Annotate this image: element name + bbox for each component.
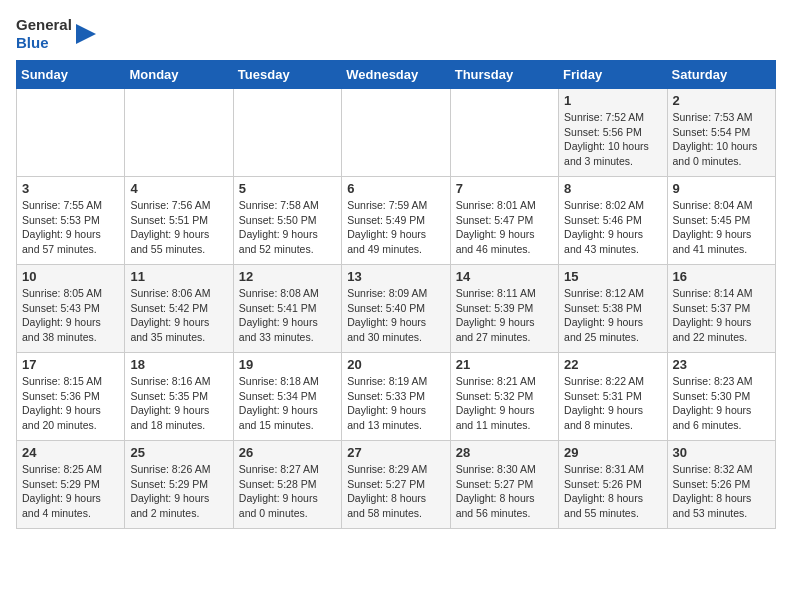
day-number: 17 <box>22 357 119 372</box>
day-number: 5 <box>239 181 336 196</box>
weekday-header-tuesday: Tuesday <box>233 61 341 89</box>
day-number: 28 <box>456 445 553 460</box>
day-detail: Sunrise: 7:53 AM Sunset: 5:54 PM Dayligh… <box>673 110 770 169</box>
day-detail: Sunrise: 8:32 AM Sunset: 5:26 PM Dayligh… <box>673 462 770 521</box>
calendar-cell: 3Sunrise: 7:55 AM Sunset: 5:53 PM Daylig… <box>17 177 125 265</box>
day-number: 21 <box>456 357 553 372</box>
weekday-header-monday: Monday <box>125 61 233 89</box>
day-number: 20 <box>347 357 444 372</box>
calendar-cell: 28Sunrise: 8:30 AM Sunset: 5:27 PM Dayli… <box>450 441 558 529</box>
calendar-cell <box>233 89 341 177</box>
day-detail: Sunrise: 7:58 AM Sunset: 5:50 PM Dayligh… <box>239 198 336 257</box>
weekday-header-wednesday: Wednesday <box>342 61 450 89</box>
day-number: 6 <box>347 181 444 196</box>
weekday-header-saturday: Saturday <box>667 61 775 89</box>
day-number: 1 <box>564 93 661 108</box>
day-detail: Sunrise: 8:08 AM Sunset: 5:41 PM Dayligh… <box>239 286 336 345</box>
day-number: 10 <box>22 269 119 284</box>
calendar-cell: 22Sunrise: 8:22 AM Sunset: 5:31 PM Dayli… <box>559 353 667 441</box>
calendar-cell: 8Sunrise: 8:02 AM Sunset: 5:46 PM Daylig… <box>559 177 667 265</box>
day-detail: Sunrise: 7:55 AM Sunset: 5:53 PM Dayligh… <box>22 198 119 257</box>
calendar-cell: 6Sunrise: 7:59 AM Sunset: 5:49 PM Daylig… <box>342 177 450 265</box>
calendar-cell: 29Sunrise: 8:31 AM Sunset: 5:26 PM Dayli… <box>559 441 667 529</box>
calendar-cell: 27Sunrise: 8:29 AM Sunset: 5:27 PM Dayli… <box>342 441 450 529</box>
calendar-cell: 25Sunrise: 8:26 AM Sunset: 5:29 PM Dayli… <box>125 441 233 529</box>
calendar-cell: 9Sunrise: 8:04 AM Sunset: 5:45 PM Daylig… <box>667 177 775 265</box>
day-detail: Sunrise: 8:12 AM Sunset: 5:38 PM Dayligh… <box>564 286 661 345</box>
calendar-cell <box>17 89 125 177</box>
day-number: 12 <box>239 269 336 284</box>
calendar-cell: 2Sunrise: 7:53 AM Sunset: 5:54 PM Daylig… <box>667 89 775 177</box>
day-detail: Sunrise: 8:31 AM Sunset: 5:26 PM Dayligh… <box>564 462 661 521</box>
calendar-cell: 16Sunrise: 8:14 AM Sunset: 5:37 PM Dayli… <box>667 265 775 353</box>
day-detail: Sunrise: 8:23 AM Sunset: 5:30 PM Dayligh… <box>673 374 770 433</box>
weekday-header-thursday: Thursday <box>450 61 558 89</box>
day-detail: Sunrise: 8:27 AM Sunset: 5:28 PM Dayligh… <box>239 462 336 521</box>
day-detail: Sunrise: 7:52 AM Sunset: 5:56 PM Dayligh… <box>564 110 661 169</box>
day-detail: Sunrise: 8:15 AM Sunset: 5:36 PM Dayligh… <box>22 374 119 433</box>
day-detail: Sunrise: 8:01 AM Sunset: 5:47 PM Dayligh… <box>456 198 553 257</box>
day-detail: Sunrise: 8:04 AM Sunset: 5:45 PM Dayligh… <box>673 198 770 257</box>
day-detail: Sunrise: 8:09 AM Sunset: 5:40 PM Dayligh… <box>347 286 444 345</box>
day-number: 2 <box>673 93 770 108</box>
calendar-cell: 1Sunrise: 7:52 AM Sunset: 5:56 PM Daylig… <box>559 89 667 177</box>
day-detail: Sunrise: 8:26 AM Sunset: 5:29 PM Dayligh… <box>130 462 227 521</box>
calendar-cell: 20Sunrise: 8:19 AM Sunset: 5:33 PM Dayli… <box>342 353 450 441</box>
day-detail: Sunrise: 8:25 AM Sunset: 5:29 PM Dayligh… <box>22 462 119 521</box>
day-detail: Sunrise: 8:16 AM Sunset: 5:35 PM Dayligh… <box>130 374 227 433</box>
logo-arrow-icon <box>76 24 96 44</box>
day-detail: Sunrise: 8:19 AM Sunset: 5:33 PM Dayligh… <box>347 374 444 433</box>
calendar-cell: 18Sunrise: 8:16 AM Sunset: 5:35 PM Dayli… <box>125 353 233 441</box>
day-number: 19 <box>239 357 336 372</box>
calendar-table: SundayMondayTuesdayWednesdayThursdayFrid… <box>16 60 776 529</box>
calendar-cell: 5Sunrise: 7:58 AM Sunset: 5:50 PM Daylig… <box>233 177 341 265</box>
day-number: 29 <box>564 445 661 460</box>
calendar-cell: 19Sunrise: 8:18 AM Sunset: 5:34 PM Dayli… <box>233 353 341 441</box>
calendar-cell: 11Sunrise: 8:06 AM Sunset: 5:42 PM Dayli… <box>125 265 233 353</box>
calendar-cell: 21Sunrise: 8:21 AM Sunset: 5:32 PM Dayli… <box>450 353 558 441</box>
weekday-header-sunday: Sunday <box>17 61 125 89</box>
day-number: 26 <box>239 445 336 460</box>
svg-marker-0 <box>76 24 96 44</box>
day-number: 25 <box>130 445 227 460</box>
calendar-cell: 15Sunrise: 8:12 AM Sunset: 5:38 PM Dayli… <box>559 265 667 353</box>
day-number: 18 <box>130 357 227 372</box>
logo-text: General Blue <box>16 16 72 52</box>
day-number: 22 <box>564 357 661 372</box>
calendar-cell: 26Sunrise: 8:27 AM Sunset: 5:28 PM Dayli… <box>233 441 341 529</box>
day-detail: Sunrise: 7:56 AM Sunset: 5:51 PM Dayligh… <box>130 198 227 257</box>
day-detail: Sunrise: 8:14 AM Sunset: 5:37 PM Dayligh… <box>673 286 770 345</box>
calendar-cell: 30Sunrise: 8:32 AM Sunset: 5:26 PM Dayli… <box>667 441 775 529</box>
calendar-cell: 12Sunrise: 8:08 AM Sunset: 5:41 PM Dayli… <box>233 265 341 353</box>
calendar-cell <box>342 89 450 177</box>
day-detail: Sunrise: 8:02 AM Sunset: 5:46 PM Dayligh… <box>564 198 661 257</box>
day-detail: Sunrise: 8:21 AM Sunset: 5:32 PM Dayligh… <box>456 374 553 433</box>
day-detail: Sunrise: 8:30 AM Sunset: 5:27 PM Dayligh… <box>456 462 553 521</box>
calendar-cell: 10Sunrise: 8:05 AM Sunset: 5:43 PM Dayli… <box>17 265 125 353</box>
day-number: 11 <box>130 269 227 284</box>
calendar-cell: 14Sunrise: 8:11 AM Sunset: 5:39 PM Dayli… <box>450 265 558 353</box>
calendar-cell: 17Sunrise: 8:15 AM Sunset: 5:36 PM Dayli… <box>17 353 125 441</box>
day-number: 7 <box>456 181 553 196</box>
calendar-cell: 7Sunrise: 8:01 AM Sunset: 5:47 PM Daylig… <box>450 177 558 265</box>
day-detail: Sunrise: 8:06 AM Sunset: 5:42 PM Dayligh… <box>130 286 227 345</box>
logo: General Blue <box>16 16 96 52</box>
day-number: 3 <box>22 181 119 196</box>
calendar-cell: 4Sunrise: 7:56 AM Sunset: 5:51 PM Daylig… <box>125 177 233 265</box>
day-detail: Sunrise: 8:22 AM Sunset: 5:31 PM Dayligh… <box>564 374 661 433</box>
day-number: 30 <box>673 445 770 460</box>
day-number: 13 <box>347 269 444 284</box>
day-number: 8 <box>564 181 661 196</box>
day-number: 4 <box>130 181 227 196</box>
calendar-cell <box>450 89 558 177</box>
calendar-cell <box>125 89 233 177</box>
day-detail: Sunrise: 8:11 AM Sunset: 5:39 PM Dayligh… <box>456 286 553 345</box>
calendar-cell: 24Sunrise: 8:25 AM Sunset: 5:29 PM Dayli… <box>17 441 125 529</box>
calendar-cell: 13Sunrise: 8:09 AM Sunset: 5:40 PM Dayli… <box>342 265 450 353</box>
day-number: 24 <box>22 445 119 460</box>
day-number: 27 <box>347 445 444 460</box>
day-number: 16 <box>673 269 770 284</box>
weekday-header-friday: Friday <box>559 61 667 89</box>
day-detail: Sunrise: 7:59 AM Sunset: 5:49 PM Dayligh… <box>347 198 444 257</box>
day-number: 15 <box>564 269 661 284</box>
